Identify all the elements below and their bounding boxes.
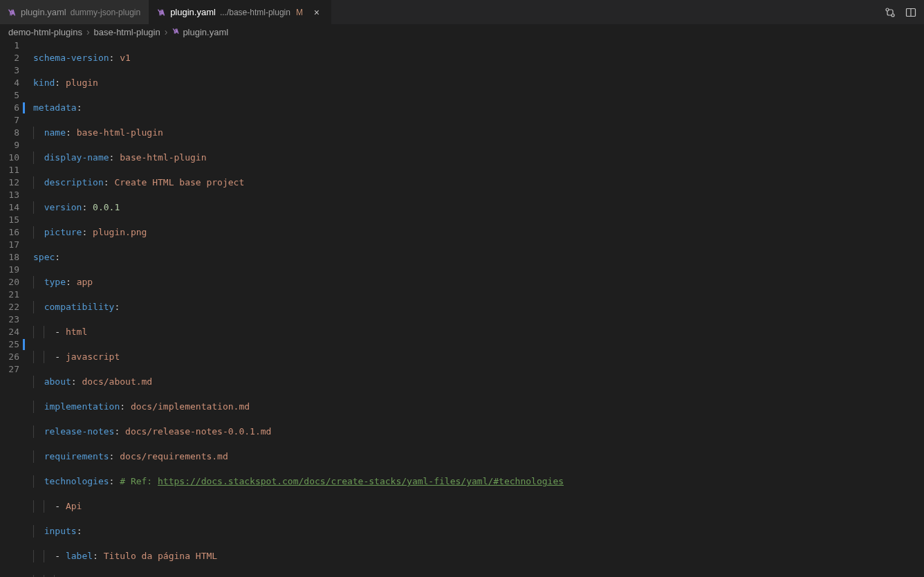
tab-subtitle: .../base-html-plugin	[220, 8, 290, 17]
modified-line-marker	[23, 102, 25, 113]
yaml-icon	[7, 8, 17, 17]
modified-line-marker	[23, 339, 25, 350]
tab-plugin-yaml-dummy[interactable]: plugin.yaml dummy-json-plugin	[0, 0, 149, 24]
code-content[interactable]: schema-version: v1 kind: plugin metadata…	[33, 39, 924, 577]
yaml-icon	[172, 27, 180, 37]
chevron-right-icon: ›	[86, 26, 90, 37]
compare-changes-icon[interactable]	[884, 6, 896, 19]
svg-point-0	[886, 8, 889, 11]
tab-plugin-yaml-basehtml[interactable]: plugin.yaml .../base-html-plugin M ×	[149, 0, 331, 24]
breadcrumb-item[interactable]: plugin.yaml	[172, 27, 228, 37]
chevron-right-icon: ›	[165, 26, 168, 37]
code-editor[interactable]: 12345 6 7891011 1213141516 1718192021 22…	[0, 39, 924, 577]
tab-modified-indicator: M	[296, 8, 303, 17]
split-editor-icon[interactable]	[905, 6, 917, 19]
line-number-gutter: 12345 6 7891011 1213141516 1718192021 22…	[0, 39, 33, 577]
yaml-icon	[156, 8, 166, 17]
breadcrumb-item[interactable]: base-html-plugin	[94, 27, 160, 37]
tab-bar: plugin.yaml dummy-json-plugin plugin.yam…	[0, 0, 924, 24]
breadcrumb[interactable]: demo-html-plugins › base-html-plugin › p…	[0, 24, 924, 39]
tab-filename: plugin.yaml	[21, 7, 66, 17]
tab-filename: plugin.yaml	[170, 7, 216, 17]
svg-point-1	[891, 14, 894, 17]
breadcrumb-item[interactable]: demo-html-plugins	[8, 27, 82, 37]
close-icon[interactable]: ×	[311, 7, 322, 18]
tab-subtitle: dummy-json-plugin	[71, 8, 140, 17]
